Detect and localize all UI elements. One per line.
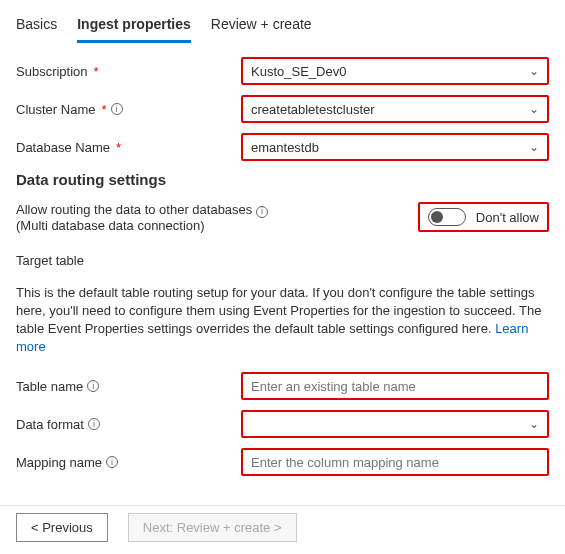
tab-ingest-properties[interactable]: Ingest properties [77,12,191,43]
mapping-label: Mapping name i [16,455,241,470]
routing-toggle[interactable] [428,208,466,226]
mapping-placeholder: Enter the column mapping name [251,455,439,470]
target-table-title: Target table [16,253,549,268]
chevron-down-icon: ⌄ [529,64,539,78]
subscription-label: Subscription * [16,64,241,79]
cluster-row: Cluster Name * i createtabletestcluster … [16,95,549,123]
routing-text-label: Allow routing the data to other database… [16,202,252,217]
info-icon[interactable]: i [106,456,118,468]
target-table-description: This is the default table routing setup … [16,284,549,357]
chevron-down-icon: ⌄ [529,102,539,116]
routing-row: Allow routing the data to other database… [16,202,549,233]
desc-text: This is the default table routing setup … [16,285,541,336]
info-icon[interactable]: i [256,206,268,218]
data-format-dropdown[interactable]: ⌄ [241,410,549,438]
info-icon[interactable]: i [88,418,100,430]
format-row: Data format i ⌄ [16,410,549,438]
required-indicator: * [101,102,106,117]
table-row: Table name i Enter an existing table nam… [16,372,549,400]
database-label: Database Name * [16,140,241,155]
wizard-buttons: < Previous Next: Review + create > [16,513,297,542]
bottom-divider [0,505,565,506]
format-label: Data format i [16,417,241,432]
database-row: Database Name * emantestdb ⌄ [16,133,549,161]
mapping-name-input[interactable]: Enter the column mapping name [241,448,549,476]
routing-toggle-wrap: Don't allow [418,202,549,232]
subscription-dropdown[interactable]: Kusto_SE_Dev0 ⌄ [241,57,549,85]
tab-review-create[interactable]: Review + create [211,12,312,43]
toggle-knob [431,211,443,223]
previous-button[interactable]: < Previous [16,513,108,542]
tab-basics[interactable]: Basics [16,12,57,43]
cluster-dropdown[interactable]: createtabletestcluster ⌄ [241,95,549,123]
next-review-create-button: Next: Review + create > [128,513,297,542]
cluster-label: Cluster Name * i [16,102,241,117]
cluster-value: createtabletestcluster [251,102,375,117]
mapping-row: Mapping name i Enter the column mapping … [16,448,549,476]
table-label-text: Table name [16,379,83,394]
routing-text: Allow routing the data to other database… [16,202,268,218]
routing-subtext: (Multi database data connection) [16,218,268,233]
subscription-value: Kusto_SE_Dev0 [251,64,346,79]
database-dropdown[interactable]: emantestdb ⌄ [241,133,549,161]
table-placeholder: Enter an existing table name [251,379,416,394]
routing-section-title: Data routing settings [16,171,549,188]
info-icon[interactable]: i [111,103,123,115]
subscription-row: Subscription * Kusto_SE_Dev0 ⌄ [16,57,549,85]
wizard-tabs: Basics Ingest properties Review + create [16,12,549,43]
database-label-text: Database Name [16,140,110,155]
chevron-down-icon: ⌄ [529,417,539,431]
chevron-down-icon: ⌄ [529,140,539,154]
cluster-label-text: Cluster Name [16,102,95,117]
info-icon[interactable]: i [87,380,99,392]
table-name-input[interactable]: Enter an existing table name [241,372,549,400]
database-value: emantestdb [251,140,319,155]
required-indicator: * [116,140,121,155]
mapping-label-text: Mapping name [16,455,102,470]
format-label-text: Data format [16,417,84,432]
subscription-label-text: Subscription [16,64,88,79]
toggle-state-label: Don't allow [476,210,539,225]
required-indicator: * [94,64,99,79]
table-label: Table name i [16,379,241,394]
